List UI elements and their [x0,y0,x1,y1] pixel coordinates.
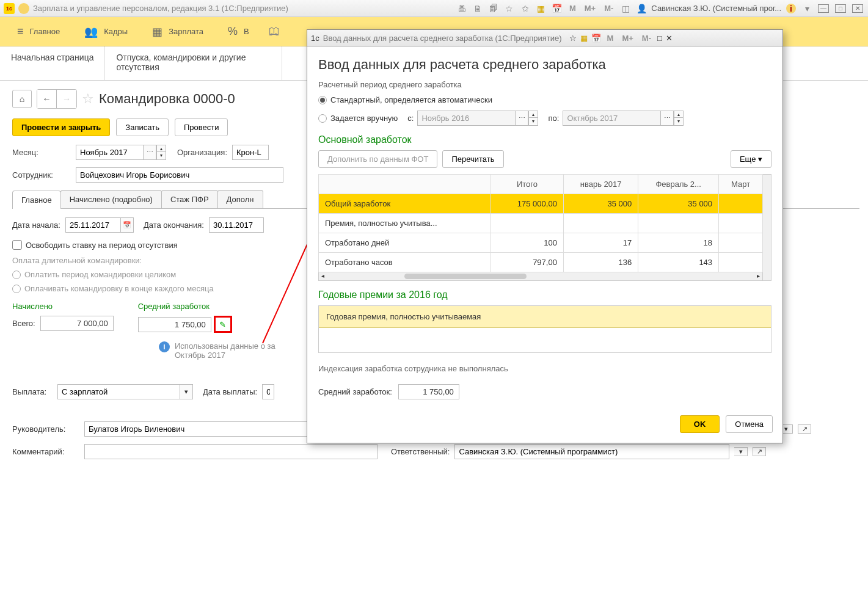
comment-label: Комментарий: [12,447,79,456]
save-button[interactable]: Записать [116,118,169,136]
modal-calendar-icon[interactable]: 📅 [591,34,601,43]
edit-avg-button[interactable]: ✎ [214,316,232,333]
modal-m-plus[interactable]: M+ [619,34,635,43]
dropdown-round-icon[interactable] [18,3,29,14]
annual-bonus-row[interactable]: Годовая премия, полностью учитываемая [319,306,771,328]
nav-hr[interactable]: 👥Кадры [75,25,137,38]
tab-accrued-detail[interactable]: Начислено (подробно) [60,190,162,208]
radio-period-auto[interactable] [318,96,327,104]
print-icon[interactable]: 🖶 [457,4,467,13]
cell: 797,00 [491,253,564,272]
date-start-picker-icon[interactable]: 📅 [120,217,134,233]
responsible-input[interactable] [454,444,729,459]
modal-close-button[interactable]: ✕ [666,34,673,43]
document-title: Командировка 0000-0 [99,91,235,107]
modal-maximize-button[interactable]: □ [657,34,662,43]
table-v-scrollbar[interactable] [763,174,771,281]
more-button[interactable]: Еще ▾ [731,150,771,168]
from-spinner[interactable]: ▴▾ [528,111,538,126]
pay-date-input[interactable] [262,384,274,399]
m-minus-button[interactable]: M- [602,4,616,13]
star-outline-icon[interactable]: ✩ [520,4,530,13]
cell [719,253,763,272]
avg-result-label: Средний заработок: [318,387,392,396]
dropdown-icon[interactable]: ▾ [802,4,812,13]
table-icon[interactable]: ▦ [536,4,546,13]
employee-input[interactable] [76,167,283,183]
radio-period-auto-label: Стандартный, определяется автоматически [330,95,492,104]
current-user[interactable]: Савинская З.Ю. (Системный прог... [651,4,781,13]
table-row[interactable]: Премия, полностью учитыва... [319,214,763,233]
responsible-open-icon[interactable]: ↗ [753,447,766,456]
table-row[interactable]: Отработано часов 797,00 136 143 [319,253,763,272]
radio-period-manual[interactable] [318,114,327,123]
table-h-scrollbar[interactable]: ◂▸ [318,272,763,281]
payment-input[interactable] [57,384,180,399]
table-row[interactable]: Общий заработок 175 000,00 35 000 35 000 [319,194,763,214]
radio-pay-monthly[interactable] [12,285,21,293]
back-button[interactable]: ← [37,90,57,108]
m-button[interactable]: M [567,4,578,13]
radio-pay-full[interactable] [12,271,21,279]
panels-icon[interactable]: ◫ [621,4,630,13]
cancel-button[interactable]: Отмена [726,415,773,433]
cell: 143 [638,253,719,272]
bookmark-icon[interactable]: 🕮 [269,25,280,38]
from-select-icon[interactable]: ⋯ [515,111,528,126]
favorite-star-icon[interactable]: ☆ [82,91,94,107]
payment-dropdown-icon[interactable]: ▾ [180,384,193,399]
comment-input[interactable] [84,444,377,459]
responsible-dropdown-icon[interactable]: ▾ [734,447,748,456]
tab-additional[interactable]: Дополн [217,190,263,208]
to-select-icon[interactable]: ⋯ [660,111,674,126]
avg-header: Средний заработок [138,302,232,311]
release-rate-checkbox[interactable] [12,240,22,250]
month-select-button[interactable]: ⋯ [143,145,156,160]
modal-m-minus[interactable]: M- [640,34,654,43]
post-button[interactable]: Провести [175,118,228,136]
ok-button[interactable]: OK [680,415,720,433]
month-input[interactable] [76,145,143,160]
copy-icon[interactable]: 🗐 [489,4,498,13]
org-input[interactable] [232,145,269,160]
fill-from-fot-button[interactable]: Дополнить по данным ФОТ [318,150,437,168]
minimize-button[interactable]: — [818,4,829,13]
th-mar: Март [719,175,763,194]
from-input [417,111,515,126]
nav-salary-label: Зарплата [169,27,203,36]
earnings-table[interactable]: Итого нварь 2017 Февраль 2... Март Общий… [318,174,763,272]
employee-label: Сотрудник: [12,170,71,180]
forward-button[interactable]: → [57,90,76,108]
maximize-button[interactable]: □ [835,4,846,13]
table-row[interactable]: Отработано дней 100 17 18 [319,233,763,253]
to-label: по: [548,114,559,123]
modal-star-icon[interactable]: ☆ [569,34,577,43]
nav-salary[interactable]: ▦Зарплата [142,25,213,38]
tab-absences[interactable]: Отпуска, командировки и другие отсутстви… [105,46,282,80]
cell [638,214,719,233]
info-icon[interactable]: i [786,4,796,13]
date-end-input[interactable] [209,217,264,233]
to-spinner[interactable]: ▴▾ [674,111,684,126]
modal-m[interactable]: M [605,34,616,43]
cell: 175 000,00 [491,194,564,214]
home-button[interactable]: ⌂ [12,90,32,108]
nav-other[interactable]: %В [218,25,259,38]
modal-table-icon[interactable]: ▦ [580,34,588,43]
close-button[interactable]: ✕ [852,4,863,13]
recalc-button[interactable]: Перечитать [442,150,503,168]
post-and-close-button[interactable]: Провести и закрыть [12,118,110,136]
tab-main[interactable]: Главное [12,191,61,209]
m-plus-button[interactable]: M+ [582,4,598,13]
date-start-input[interactable] [65,217,120,233]
nav-main[interactable]: ≡Главное [7,25,70,38]
tab-start-page[interactable]: Начальная страница [0,46,105,80]
modal-app-icon: 1c [311,34,319,43]
doc-icon[interactable]: 🗎 [473,4,483,13]
release-rate-label: Освободить ставку на период отсутствия [26,241,178,250]
manager-open-icon[interactable]: ↗ [798,424,811,434]
calendar-icon[interactable]: 📅 [552,4,562,13]
star-icon[interactable]: ☆ [505,4,514,13]
month-spinner[interactable]: ▴▾ [156,145,166,160]
tab-pfr[interactable]: Стаж ПФР [161,190,218,208]
